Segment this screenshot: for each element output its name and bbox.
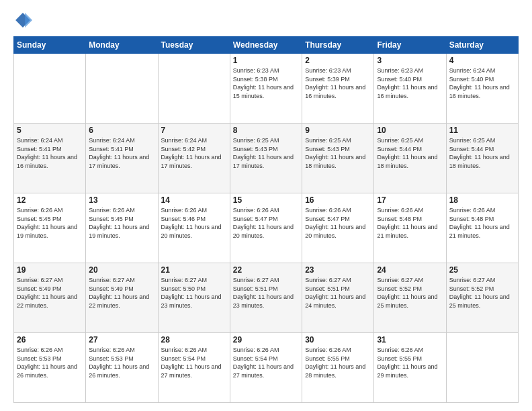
calendar-cell: 2Sunrise: 6:23 AMSunset: 5:39 PMDaylight… xyxy=(302,54,374,124)
day-number: 16 xyxy=(305,195,371,205)
calendar-cell: 26Sunrise: 6:26 AMSunset: 5:53 PMDayligh… xyxy=(14,333,86,403)
day-info: Sunrise: 6:26 AMSunset: 5:53 PMDaylight:… xyxy=(17,346,83,379)
day-number: 28 xyxy=(161,335,227,345)
calendar-cell: 25Sunrise: 6:27 AMSunset: 5:52 PMDayligh… xyxy=(446,263,518,333)
calendar-week-row: 12Sunrise: 6:26 AMSunset: 5:45 PMDayligh… xyxy=(14,193,519,263)
day-info: Sunrise: 6:27 AMSunset: 5:49 PMDaylight:… xyxy=(89,276,154,310)
day-info: Sunrise: 6:25 AMSunset: 5:43 PMDaylight:… xyxy=(233,136,299,170)
calendar-cell: 24Sunrise: 6:27 AMSunset: 5:52 PMDayligh… xyxy=(374,263,446,333)
day-number: 17 xyxy=(377,195,443,205)
calendar-cell: 17Sunrise: 6:26 AMSunset: 5:48 PMDayligh… xyxy=(374,193,446,263)
day-info: Sunrise: 6:27 AMSunset: 5:52 PMDaylight:… xyxy=(377,276,443,310)
day-info: Sunrise: 6:26 AMSunset: 5:47 PMDaylight:… xyxy=(233,206,299,240)
day-number: 24 xyxy=(377,265,443,275)
day-info: Sunrise: 6:26 AMSunset: 5:55 PMDaylight:… xyxy=(305,346,371,379)
calendar-cell: 12Sunrise: 6:26 AMSunset: 5:45 PMDayligh… xyxy=(14,193,86,263)
calendar-day-header: Wednesday xyxy=(230,37,302,54)
day-number: 20 xyxy=(89,265,154,275)
calendar-week-row: 26Sunrise: 6:26 AMSunset: 5:53 PMDayligh… xyxy=(14,333,519,403)
calendar-cell: 30Sunrise: 6:26 AMSunset: 5:55 PMDayligh… xyxy=(302,333,374,403)
day-info: Sunrise: 6:26 AMSunset: 5:48 PMDaylight:… xyxy=(449,206,515,240)
calendar-cell: 4Sunrise: 6:24 AMSunset: 5:40 PMDaylight… xyxy=(446,54,518,124)
day-number: 18 xyxy=(449,195,515,205)
day-info: Sunrise: 6:24 AMSunset: 5:41 PMDaylight:… xyxy=(89,136,154,170)
day-number: 6 xyxy=(89,126,154,135)
calendar-cell: 9Sunrise: 6:25 AMSunset: 5:43 PMDaylight… xyxy=(302,124,374,193)
day-number: 15 xyxy=(233,195,299,205)
calendar-week-row: 5Sunrise: 6:24 AMSunset: 5:41 PMDaylight… xyxy=(14,124,519,193)
calendar-cell: 7Sunrise: 6:24 AMSunset: 5:42 PMDaylight… xyxy=(158,124,230,193)
calendar-day-header: Sunday xyxy=(14,37,86,54)
day-info: Sunrise: 6:25 AMSunset: 5:44 PMDaylight:… xyxy=(377,136,443,170)
calendar-day-header: Friday xyxy=(374,37,446,54)
calendar-cell: 27Sunrise: 6:26 AMSunset: 5:53 PMDayligh… xyxy=(86,333,158,403)
day-info: Sunrise: 6:23 AMSunset: 5:38 PMDaylight:… xyxy=(233,66,299,100)
calendar-cell: 15Sunrise: 6:26 AMSunset: 5:47 PMDayligh… xyxy=(230,193,302,263)
day-number: 22 xyxy=(233,265,299,275)
calendar-cell: 13Sunrise: 6:26 AMSunset: 5:45 PMDayligh… xyxy=(86,193,158,263)
day-number: 21 xyxy=(161,265,227,275)
day-number: 14 xyxy=(161,195,227,205)
calendar-cell: 18Sunrise: 6:26 AMSunset: 5:48 PMDayligh… xyxy=(446,193,518,263)
day-number: 13 xyxy=(89,195,154,205)
day-info: Sunrise: 6:23 AMSunset: 5:40 PMDaylight:… xyxy=(377,66,443,100)
calendar-cell: 16Sunrise: 6:26 AMSunset: 5:47 PMDayligh… xyxy=(302,193,374,263)
calendar-cell: 8Sunrise: 6:25 AMSunset: 5:43 PMDaylight… xyxy=(230,124,302,193)
day-info: Sunrise: 6:24 AMSunset: 5:40 PMDaylight:… xyxy=(449,66,515,100)
calendar-cell: 22Sunrise: 6:27 AMSunset: 5:51 PMDayligh… xyxy=(230,263,302,333)
calendar-cell: 10Sunrise: 6:25 AMSunset: 5:44 PMDayligh… xyxy=(374,124,446,193)
day-number: 9 xyxy=(305,126,371,135)
calendar-cell: 1Sunrise: 6:23 AMSunset: 5:38 PMDaylight… xyxy=(230,54,302,124)
day-info: Sunrise: 6:27 AMSunset: 5:52 PMDaylight:… xyxy=(449,276,515,310)
calendar-cell: 5Sunrise: 6:24 AMSunset: 5:41 PMDaylight… xyxy=(14,124,86,193)
calendar-cell: 29Sunrise: 6:26 AMSunset: 5:54 PMDayligh… xyxy=(230,333,302,403)
calendar-cell xyxy=(14,54,86,124)
day-info: Sunrise: 6:26 AMSunset: 5:54 PMDaylight:… xyxy=(233,346,299,379)
page: SundayMondayTuesdayWednesdayThursdayFrid… xyxy=(0,0,532,411)
day-number: 7 xyxy=(161,126,227,135)
day-info: Sunrise: 6:26 AMSunset: 5:47 PMDaylight:… xyxy=(305,206,371,240)
calendar-cell xyxy=(446,333,518,403)
calendar-week-row: 19Sunrise: 6:27 AMSunset: 5:49 PMDayligh… xyxy=(14,263,519,333)
calendar-cell: 21Sunrise: 6:27 AMSunset: 5:50 PMDayligh… xyxy=(158,263,230,333)
day-info: Sunrise: 6:26 AMSunset: 5:55 PMDaylight:… xyxy=(377,346,443,379)
day-info: Sunrise: 6:27 AMSunset: 5:51 PMDaylight:… xyxy=(233,276,299,310)
day-info: Sunrise: 6:26 AMSunset: 5:46 PMDaylight:… xyxy=(161,206,227,240)
day-info: Sunrise: 6:26 AMSunset: 5:45 PMDaylight:… xyxy=(17,206,83,240)
calendar-cell: 23Sunrise: 6:27 AMSunset: 5:51 PMDayligh… xyxy=(302,263,374,333)
day-info: Sunrise: 6:27 AMSunset: 5:49 PMDaylight:… xyxy=(17,276,83,310)
day-number: 19 xyxy=(17,265,83,275)
day-number: 2 xyxy=(305,56,371,65)
calendar-header-row: SundayMondayTuesdayWednesdayThursdayFrid… xyxy=(14,37,519,54)
day-number: 27 xyxy=(89,335,154,345)
calendar-cell: 6Sunrise: 6:24 AMSunset: 5:41 PMDaylight… xyxy=(86,124,158,193)
calendar-cell: 20Sunrise: 6:27 AMSunset: 5:49 PMDayligh… xyxy=(86,263,158,333)
calendar-cell: 14Sunrise: 6:26 AMSunset: 5:46 PMDayligh… xyxy=(158,193,230,263)
svg-marker-1 xyxy=(25,13,32,28)
day-info: Sunrise: 6:27 AMSunset: 5:50 PMDaylight:… xyxy=(161,276,227,310)
day-number: 12 xyxy=(17,195,83,205)
day-number: 25 xyxy=(449,265,515,275)
calendar-week-row: 1Sunrise: 6:23 AMSunset: 5:38 PMDaylight… xyxy=(14,54,519,124)
header xyxy=(13,11,519,30)
day-number: 10 xyxy=(377,126,443,135)
day-info: Sunrise: 6:25 AMSunset: 5:43 PMDaylight:… xyxy=(305,136,371,170)
day-number: 5 xyxy=(17,126,83,135)
day-number: 1 xyxy=(233,56,299,65)
calendar-cell xyxy=(158,54,230,124)
day-number: 23 xyxy=(305,265,371,275)
day-info: Sunrise: 6:24 AMSunset: 5:41 PMDaylight:… xyxy=(17,136,83,170)
day-number: 31 xyxy=(377,335,443,345)
calendar-day-header: Monday xyxy=(86,37,158,54)
day-info: Sunrise: 6:26 AMSunset: 5:48 PMDaylight:… xyxy=(377,206,443,240)
day-info: Sunrise: 6:26 AMSunset: 5:45 PMDaylight:… xyxy=(89,206,154,240)
day-info: Sunrise: 6:27 AMSunset: 5:51 PMDaylight:… xyxy=(305,276,371,310)
calendar-day-header: Tuesday xyxy=(158,37,230,54)
day-number: 30 xyxy=(305,335,371,345)
logo-icon xyxy=(13,11,32,30)
day-info: Sunrise: 6:26 AMSunset: 5:53 PMDaylight:… xyxy=(89,346,154,379)
day-info: Sunrise: 6:24 AMSunset: 5:42 PMDaylight:… xyxy=(161,136,227,170)
day-number: 26 xyxy=(17,335,83,345)
day-info: Sunrise: 6:23 AMSunset: 5:39 PMDaylight:… xyxy=(305,66,371,100)
logo xyxy=(13,11,35,30)
